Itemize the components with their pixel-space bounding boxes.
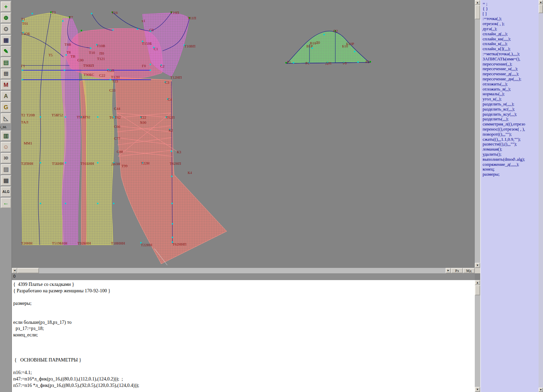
point-label[interactable]: Д0 — [316, 40, 320, 44]
scroll-up-icon[interactable]: ▲ — [475, 0, 480, 5]
command-item[interactable]: разделить_ксу(,,,); — [483, 112, 539, 117]
command-item[interactable]: размеры; — [483, 172, 539, 177]
point-label[interactable]: С00 — [77, 58, 83, 62]
point-label[interactable]: Г1 — [21, 64, 25, 68]
mannequin-icon[interactable]: А — [1, 91, 11, 101]
scroll-up-icon[interactable]: ▲ — [539, 0, 543, 4]
command-item[interactable]: = ; — [483, 1, 539, 6]
point-label[interactable]: О2 — [333, 29, 338, 33]
canvas-hscroll-thumb[interactable] — [17, 268, 39, 273]
point-label[interactable]: Т8В — [64, 42, 71, 46]
drawing-area[interactable]: Т1Т01Т3Т7Т16Т16ПТ11Пх1Т1ОБС0Т150БТ10ВТ10… — [12, 0, 475, 268]
point-label[interactable]: Т12Н — [111, 75, 120, 79]
md-mode-button[interactable]: Мд — [463, 268, 475, 273]
point-label[interactable]: С66 — [114, 124, 120, 129]
point-label[interactable]: Т62НП — [170, 161, 181, 165]
command-item[interactable]: выполнить(dmod\.alg); — [483, 157, 539, 162]
point-label[interactable]: Т1ОБ — [21, 32, 30, 36]
command-item[interactable]: отложить_в(,,); — [483, 87, 539, 92]
point-label[interactable]: С4 — [168, 97, 172, 101]
command-item[interactable]: пересечение_д(,,,,); — [483, 72, 539, 77]
command-item[interactable]: разделить_кс(,,,); — [483, 107, 539, 112]
command-item[interactable]: нормаль(,,); — [483, 92, 539, 97]
fabric-dark-icon[interactable]: ▩ — [1, 175, 11, 186]
point-label[interactable]: Т91БНН — [80, 161, 94, 165]
measurements-icon[interactable]: M — [1, 80, 11, 90]
point-label[interactable]: Р2 — [366, 60, 370, 64]
point-label[interactable]: Т22НН — [141, 243, 152, 247]
grid-icon[interactable]: ▦ — [1, 35, 11, 45]
command-item[interactable]: сопряжение_д(,,,,,); — [483, 162, 539, 167]
point-label[interactable]: Т1 — [21, 17, 25, 21]
command-item[interactable]: угол_к(,,); — [483, 97, 539, 102]
scroll-down-icon[interactable]: ▼ — [475, 263, 480, 268]
point-label[interactable]: С88 — [117, 150, 123, 154]
canvas-vscroll-thumb[interactable] — [475, 5, 480, 19]
scroll-down-icon[interactable]: ▼ — [539, 388, 543, 392]
point-label[interactable]: Р0 — [343, 61, 347, 65]
command-item[interactable]: разделить(,,,); — [483, 117, 539, 122]
point-label[interactable]: Т16П — [170, 11, 179, 15]
point-label[interactable]: Т7 — [69, 15, 73, 19]
command-item[interactable]: :=метка(точка(,),,,,); — [483, 52, 539, 57]
point-label[interactable]: Т150Б — [142, 41, 152, 45]
scroll-left-icon[interactable]: ◄ — [12, 268, 17, 273]
command-item[interactable]: симметрия_л((),отрезо — [483, 122, 539, 127]
command-item[interactable]: конец; — [483, 167, 539, 172]
point-label[interactable]: Т20НН — [21, 241, 33, 245]
point-label[interactable]: ТВ — [71, 54, 75, 58]
editor-vscroll-track[interactable] — [475, 295, 480, 387]
scroll-right-icon[interactable]: ► — [446, 268, 451, 273]
editor-vscrollbar[interactable]: ▲ ▼ — [475, 280, 480, 392]
scroll-down-icon[interactable]: ▼ — [475, 387, 480, 392]
command-item[interactable]: отрезок( , ); — [483, 21, 539, 26]
table-icon[interactable]: ▥ — [1, 131, 11, 141]
point-label[interactable]: Р4 — [305, 61, 310, 65]
point-label[interactable]: К2 — [169, 128, 173, 132]
command-item[interactable]: пересечение_н(,,,); — [483, 66, 539, 72]
point-label[interactable]: Т121 — [97, 57, 105, 61]
point-label[interactable]: Г0 — [142, 64, 146, 68]
command-item[interactable]: удалить(); — [483, 152, 539, 157]
pattern-skirt-piece[interactable] — [115, 77, 227, 264]
command-item[interactable]: сплайн_к(,,,); — [483, 41, 539, 46]
point-label[interactable]: Т23 — [112, 79, 118, 83]
point-label[interactable]: Т20В — [26, 113, 35, 117]
point-label[interactable]: С3 — [165, 80, 169, 84]
command-item[interactable]: сплайн_к[](,,,); — [483, 46, 539, 52]
zoom-out-icon[interactable]: ⊙ — [1, 24, 11, 34]
canvas-hscrollbar[interactable]: ◄ ► Рз Мд — [12, 268, 475, 273]
command-item[interactable]: ЗАПИСАТЬ(имя=(), — [483, 57, 539, 62]
point-label[interactable]: К3 — [177, 150, 181, 154]
command-item[interactable]: поворот((),,,""); — [483, 132, 539, 137]
canvas-vscroll-track[interactable] — [475, 19, 480, 263]
point-label[interactable]: Т92 — [84, 115, 90, 119]
point-label[interactable]: Т8 — [67, 50, 71, 54]
point-label[interactable]: П0 — [99, 51, 104, 55]
point-label[interactable]: Т62 — [115, 115, 121, 119]
notes-icon[interactable]: ▤ — [1, 57, 11, 68]
point-label[interactable]: Т6 — [109, 115, 113, 119]
point-label[interactable]: ТАЛ — [21, 120, 29, 124]
command-item[interactable]: разделить_н(,,,,); — [483, 102, 539, 107]
new-icon[interactable]: + — [1, 1, 11, 12]
point-label[interactable]: Т10 — [89, 51, 95, 55]
command-item[interactable]: ломаная(); — [483, 147, 539, 152]
point-label[interactable]: Т10В — [97, 44, 105, 48]
setsquare-icon[interactable]: ◺ — [1, 113, 11, 124]
point-label[interactable]: С44 — [114, 106, 120, 111]
point-label[interactable]: С22 — [99, 73, 105, 77]
calculator-icon[interactable]: ⊞ — [1, 68, 11, 79]
rz-mode-button[interactable]: Рз — [451, 268, 463, 273]
panel-vscroll-track[interactable] — [539, 13, 543, 388]
command-item[interactable]: сплайн_кк(,,,,); — [483, 37, 539, 42]
panel-vscrollbar[interactable]: ▲ ▼ — [539, 0, 543, 392]
point-label[interactable]: Т92БНН — [77, 241, 91, 245]
point-label[interactable]: К4 — [188, 171, 192, 175]
pencil-icon[interactable]: ✎ — [1, 46, 11, 57]
pattern-canvas[interactable] — [12, 0, 475, 268]
point-label[interactable]: С0П — [107, 68, 114, 73]
canvas-vscrollbar[interactable]: ▲ ▼ — [475, 0, 480, 268]
command-item[interactable]: :=точка(,); — [483, 16, 539, 21]
zoom-in-icon[interactable]: ⊕ — [1, 13, 11, 23]
